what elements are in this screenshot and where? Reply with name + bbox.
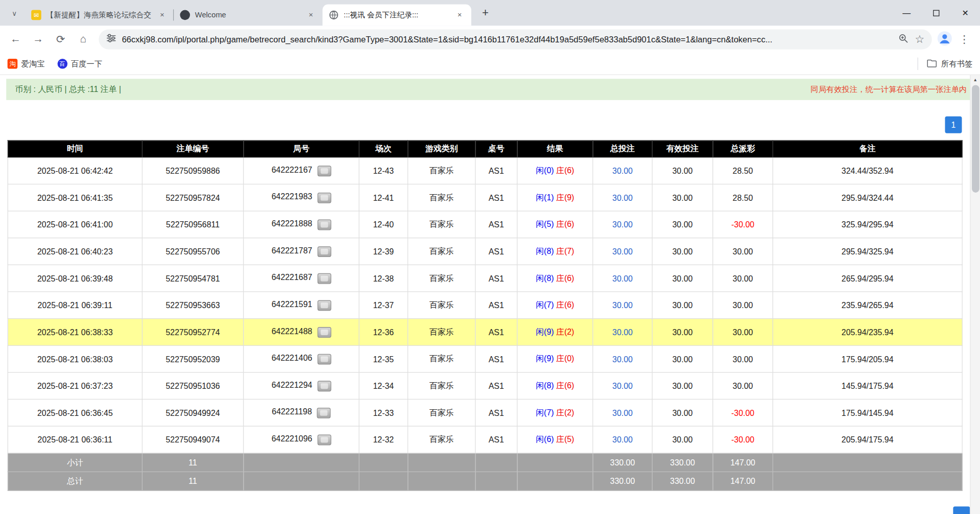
result-player: 闲(9) [536, 354, 554, 363]
cell-session: 12-36 [359, 319, 408, 346]
cell-bet-no: 522750949924 [142, 399, 243, 426]
cell-bet-no: 522750949074 [142, 426, 243, 453]
bet-record-table: 时间注单编号局号场次游戏类别桌号结果总投注有效投注总派彩备注 2025-08-2… [8, 140, 963, 491]
page-1-button[interactable]: 1 [945, 116, 962, 133]
round-detail-icon[interactable] [317, 434, 331, 445]
cell-session: 12-34 [359, 372, 408, 400]
tab-close-icon[interactable]: × [455, 10, 465, 20]
cell-valid-bet: 30.00 [652, 372, 713, 400]
total-bet-link[interactable]: 30.00 [612, 166, 633, 175]
cell-session: 12-38 [359, 265, 408, 292]
cell-total-payout: 30.00 [713, 345, 773, 372]
tab-bet-record[interactable]: :::视讯 会员下注纪录::: × [323, 5, 471, 26]
cell-total-payout: 28.50 [713, 157, 773, 184]
foot-remark [773, 472, 962, 490]
total-bet-link[interactable]: 30.00 [612, 300, 633, 310]
currency-summary: 币别 : 人民币 | 总共 :11 注单 | [15, 84, 121, 95]
result-player: 闲(7) [536, 300, 554, 309]
globe-icon [329, 10, 339, 20]
forward-icon[interactable]: → [28, 29, 49, 50]
url-text[interactable]: 66cxkj98.com/ipl/portal.php/game/betreco… [122, 35, 893, 44]
total-bet-link[interactable]: 30.00 [612, 381, 633, 390]
home-icon[interactable]: ⌂ [73, 29, 94, 50]
bet-row: 2025-08-21 06:41:00522750956811642221888… [8, 211, 962, 238]
bookmark-star-icon[interactable]: ☆ [915, 33, 924, 46]
cell-remark: 175.94/205.94 [773, 345, 962, 372]
new-tab-button[interactable]: + [477, 5, 494, 21]
cell-result: 闲(8) 庄(7) [517, 238, 593, 265]
cell-table-no: AS1 [475, 319, 517, 346]
bet-row: 2025-08-21 06:39:48522750954781642221687… [8, 265, 962, 292]
profile-avatar[interactable] [937, 30, 953, 48]
cell-total-payout: 30.00 [713, 238, 773, 265]
cell-result: 闲(8) 庄(6) [517, 265, 593, 292]
cell-total-bet: 30.00 [593, 238, 652, 265]
round-detail-icon[interactable] [317, 326, 331, 337]
tab-close-icon[interactable]: × [305, 10, 316, 20]
cell-total-bet: 30.00 [593, 345, 652, 372]
payout-value: 28.50 [733, 193, 753, 202]
minimize-button[interactable]: — [892, 0, 921, 26]
round-detail-icon[interactable] [317, 166, 331, 176]
round-detail-icon[interactable] [317, 192, 331, 203]
round-detail-icon[interactable] [317, 407, 331, 418]
cell-valid-bet: 30.00 [652, 292, 713, 319]
window-controls: — ✕ [892, 0, 980, 26]
total-bet-link[interactable]: 30.00 [612, 193, 633, 202]
scroll-up-icon[interactable]: ▲ [971, 75, 980, 84]
foot-bet-no: 11 [142, 472, 243, 490]
bet-row: 2025-08-21 06:37:23522750951036642221294… [8, 372, 962, 400]
cell-time: 2025-08-21 06:40:23 [8, 238, 142, 265]
col-result: 结果 [517, 141, 593, 157]
bet-row: 2025-08-21 06:41:35522750957824642221983… [8, 184, 962, 211]
cell-result: 闲(9) 庄(2) [517, 319, 593, 346]
zoom-icon[interactable] [898, 33, 909, 46]
cell-valid-bet: 30.00 [652, 399, 713, 426]
foot-total-bet: 330.00 [593, 453, 652, 472]
cell-total-payout: 30.00 [713, 319, 773, 346]
round-detail-icon[interactable] [317, 300, 331, 311]
scrollbar-thumb[interactable] [972, 85, 979, 193]
all-bookmarks[interactable]: 所有书签 [918, 58, 973, 70]
round-detail-icon[interactable] [317, 246, 331, 257]
vertical-scrollbar[interactable]: ▲ [970, 75, 980, 514]
round-detail-icon[interactable] [317, 273, 331, 284]
bet-row: 2025-08-21 06:36:45522750949924642221198… [8, 399, 962, 426]
round-detail-icon[interactable] [317, 381, 331, 391]
total-bet-link[interactable]: 30.00 [612, 247, 633, 256]
cell-total-bet: 30.00 [593, 292, 652, 319]
total-bet-link[interactable]: 30.00 [612, 354, 633, 363]
close-button[interactable]: ✕ [950, 0, 980, 26]
back-icon[interactable]: ← [5, 29, 27, 50]
menu-icon[interactable]: ⋮ [954, 29, 975, 50]
round-detail-icon[interactable] [317, 354, 331, 364]
tab-search-chevron-icon[interactable]: ∨ [6, 5, 22, 21]
cell-total-bet: 30.00 [593, 319, 652, 346]
total-bet-link[interactable]: 30.00 [612, 328, 633, 337]
cell-round-no: 642221198 [244, 399, 359, 426]
foot-session [359, 472, 408, 490]
pagination-bottom-button[interactable] [953, 506, 970, 514]
total-bet-link[interactable]: 30.00 [612, 273, 633, 283]
tab-welcome[interactable]: Welcome × [174, 5, 322, 26]
cell-table-no: AS1 [475, 426, 517, 453]
subtotal-row: 小计11330.00330.00147.00 [8, 453, 962, 472]
total-bet-link[interactable]: 30.00 [612, 435, 633, 444]
total-bet-link[interactable]: 30.00 [612, 408, 633, 417]
address-bar[interactable]: 66cxkj98.com/ipl/portal.php/game/betreco… [99, 30, 931, 50]
bookmark-baidu[interactable]: 百 百度一下 [57, 58, 102, 69]
tab-forum[interactable]: ✉ 【新提醒】海燕策略论坛综合交 × [25, 5, 174, 26]
payout-value: 30.00 [733, 381, 753, 390]
round-detail-icon[interactable] [317, 219, 331, 230]
cell-remark: 205.94/235.94 [773, 319, 962, 346]
bookmark-taobao[interactable]: 淘 爱淘宝 [8, 58, 45, 69]
cell-session: 12-35 [359, 345, 408, 372]
tab-close-icon[interactable]: × [157, 10, 168, 20]
site-settings-icon[interactable] [106, 33, 116, 45]
maximize-button[interactable] [921, 0, 951, 26]
total-bet-link[interactable]: 30.00 [612, 220, 633, 229]
cell-total-payout: -30.00 [713, 399, 773, 426]
mail-icon: ✉ [31, 10, 41, 20]
reload-icon[interactable]: ⟳ [50, 29, 71, 50]
bet-row: 2025-08-21 06:38:33522750952774642221488… [8, 319, 962, 346]
